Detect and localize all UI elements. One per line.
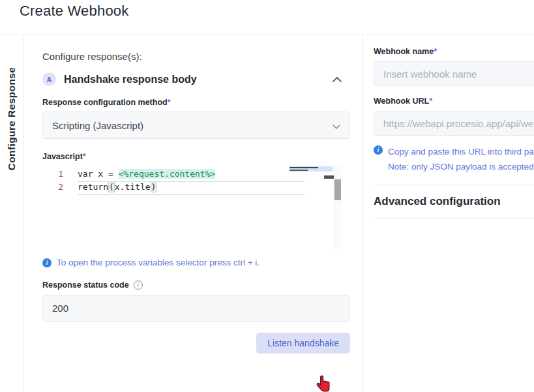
status-code-input[interactable] [42,295,350,322]
editor-scrollbar[interactable] [334,165,341,250]
page-header: Create Webhook [0,0,534,35]
configure-response-panel: Configure response(s): A Handshake respo… [24,35,363,391]
javascript-label: Javascript* [42,152,349,161]
code-line[interactable]: 2 return(x.title) [42,181,156,194]
code-editor[interactable]: 1 var x = <%request.content%> 2 return(x… [42,165,341,250]
info-icon: i [42,258,52,267]
bracket-token: ) [151,181,157,192]
method-label: Response configuration method* [42,98,349,107]
status-code-label: Response status code [42,280,129,290]
javascript-label-text: Javascript [42,152,83,161]
minimap-line [289,170,308,171]
accordion-title: Handshake response body [64,74,197,85]
listen-handshake-button[interactable]: Listen handshake [256,333,350,354]
cursor-hand-icon [316,374,331,392]
webhook-url-label-text: Webhook URL [374,97,429,106]
url-info-line1: Copy and paste this URL into third party… [388,145,534,160]
required-asterisk: * [429,97,432,106]
hint-text: To open the process variables selector p… [57,258,260,269]
option-a-badge: A [42,72,56,86]
url-info-line2: Note: only JSON payload is accepted. [388,160,534,175]
code-plain: var x = [78,169,119,179]
webhook-name-label-text: Webhook name [374,47,434,56]
required-asterisk: * [434,47,437,56]
url-info-text: Copy and paste this URL into third party… [388,145,534,175]
info-circle-icon[interactable]: i [134,280,143,290]
required-asterisk: * [83,152,86,161]
webhook-name-input[interactable] [374,61,534,86]
tab-configure-response[interactable]: Configure Response [6,67,18,171]
code-plain: x.title [115,182,151,192]
variables-hint: i To open the process variables selector… [42,258,349,269]
content-area: Configure Response Configure response(s)… [0,35,534,391]
divider [374,185,534,185]
bracket-token: ( [108,181,115,192]
webhook-settings-panel: Webhook name* Webhook URL* i Copy and pa… [363,35,534,391]
divider [374,219,534,219]
method-label-text: Response configuration method [42,98,168,107]
editor-minimap[interactable] [289,166,333,174]
template-token: <%request.content%> [119,169,216,179]
create-webhook-page: Create Webhook Configure Response Config… [0,0,534,392]
line-number: 1 [42,168,68,181]
code-text: return(x.title) [68,181,156,194]
section-title: Configure response(s): [42,51,349,62]
chevron-up-icon[interactable] [333,77,342,82]
code-text: var x = <%request.content%> [68,168,215,181]
handshake-accordion-header[interactable]: A Handshake response body [42,72,349,86]
button-row: Listen handshake [42,333,350,354]
code-keyword: return [78,182,108,192]
line-decoration [78,194,305,195]
page-title: Create Webhook [20,3,534,20]
url-info: i Copy and paste this URL into third par… [374,145,534,175]
method-select[interactable]: Scripting (Javascript) [42,112,350,139]
info-icon: i [374,145,383,155]
tab-strip: Configure Response [0,35,24,391]
line-number: 2 [42,181,68,194]
chevron-down-icon [333,120,340,131]
line-decoration [78,181,305,182]
webhook-url-input[interactable] [374,111,534,136]
code-line[interactable]: 1 var x = <%request.content%> [42,168,215,181]
webhook-name-label: Webhook name* [374,47,534,56]
webhook-url-label: Webhook URL* [374,97,534,106]
scrollbar-thumb[interactable] [334,179,341,200]
minimap-line [289,167,318,168]
status-code-label-row: Response status code i [42,280,349,290]
method-select-value: Scripting (Javascript) [52,120,143,131]
advanced-configuration-title[interactable]: Advanced configuration [374,195,534,208]
required-asterisk: * [168,98,171,107]
